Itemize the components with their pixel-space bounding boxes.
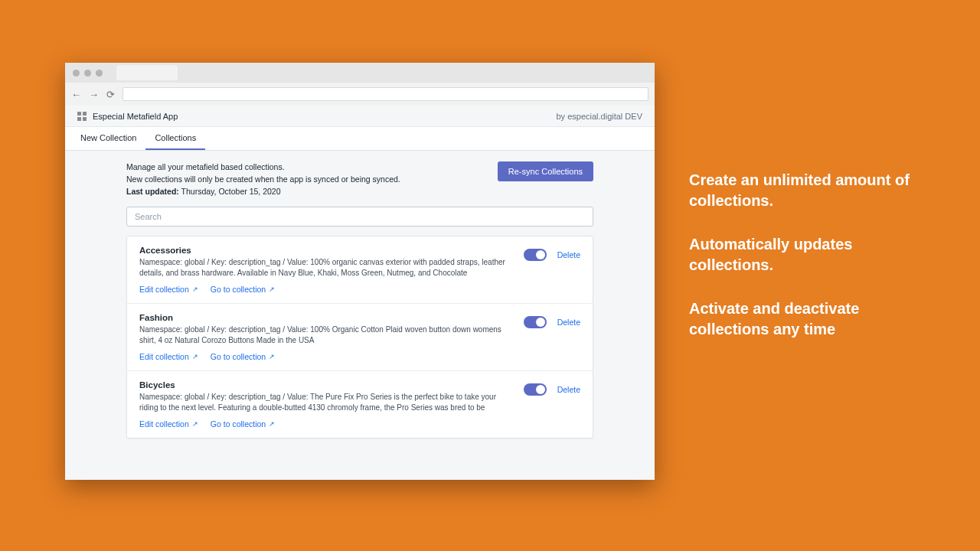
tab-collections[interactable]: Collections	[145, 127, 205, 150]
external-link-icon: ↗	[192, 420, 198, 428]
resync-button[interactable]: Re-sync Collections	[498, 161, 593, 181]
tab-new-collection[interactable]: New Collection	[71, 127, 145, 150]
tabs: New Collection Collections	[65, 127, 655, 151]
app-byline: by especial.digital DEV	[556, 112, 642, 121]
external-link-icon: ↗	[192, 353, 198, 360]
intro-copy: Manage all your metafield based collecti…	[126, 161, 400, 197]
window-close-icon[interactable]	[73, 70, 80, 77]
window-minimize-icon[interactable]	[84, 70, 91, 77]
app-title: Especial Metafield App	[93, 112, 178, 121]
browser-window: ← → ⟳ Especial Metafield App by especial…	[65, 63, 655, 480]
intro-line-1: Manage all your metafield based collecti…	[126, 161, 400, 174]
browser-titlebar	[65, 63, 655, 83]
external-link-icon: ↗	[269, 353, 275, 360]
external-link-icon: ↗	[269, 420, 275, 428]
goto-collection-link[interactable]: Go to collection↗	[211, 285, 275, 294]
forward-icon[interactable]: →	[89, 89, 99, 100]
address-bar[interactable]	[122, 87, 648, 101]
edit-collection-link[interactable]: Edit collection↗	[139, 352, 198, 361]
last-updated-label: Last updated:	[126, 187, 179, 196]
collections-list: Accessories Namespace: global / Key: des…	[126, 236, 593, 439]
list-item: Bicycles Namespace: global / Key: descri…	[127, 371, 593, 438]
delete-link[interactable]: Delete	[557, 385, 580, 394]
collection-title: Fashion	[139, 313, 513, 322]
intro-line-2: New collections will only be created whe…	[126, 174, 400, 186]
edit-collection-link[interactable]: Edit collection↗	[139, 285, 198, 294]
back-icon[interactable]: ←	[71, 89, 81, 100]
browser-toolbar: ← → ⟳	[65, 83, 655, 106]
search-input[interactable]	[126, 207, 593, 227]
last-updated-value: Thursday, October 15, 2020	[181, 187, 281, 196]
goto-collection-link[interactable]: Go to collection↗	[211, 352, 275, 361]
app-frame: Especial Metafield App by especial.digit…	[65, 106, 655, 480]
marketing-line: Activate and deactivate collections any …	[689, 298, 919, 340]
collection-title: Accessories	[139, 246, 513, 255]
goto-collection-link[interactable]: Go to collection↗	[211, 419, 275, 429]
collection-desc: Namespace: global / Key: description_tag…	[139, 257, 513, 279]
active-toggle[interactable]	[524, 316, 547, 328]
edit-collection-link[interactable]: Edit collection↗	[139, 419, 198, 429]
external-link-icon: ↗	[269, 285, 275, 293]
browser-tab[interactable]	[116, 65, 178, 80]
reload-icon[interactable]: ⟳	[106, 89, 115, 100]
active-toggle[interactable]	[524, 249, 547, 261]
content-area: Manage all your metafield based collecti…	[65, 151, 655, 480]
external-link-icon: ↗	[192, 285, 198, 293]
marketing-copy: Create an unlimited amount of collection…	[689, 170, 919, 363]
list-item: Accessories Namespace: global / Key: des…	[127, 236, 593, 304]
app-grid-icon	[77, 112, 87, 121]
collection-desc: Namespace: global / Key: description_tag…	[139, 324, 513, 346]
window-maximize-icon[interactable]	[96, 70, 103, 77]
marketing-line: Automatically updates collections.	[689, 234, 919, 276]
active-toggle[interactable]	[524, 383, 547, 396]
collection-desc: Namespace: global / Key: description_tag…	[139, 392, 513, 413]
app-header: Especial Metafield App by especial.digit…	[65, 106, 655, 127]
marketing-line: Create an unlimited amount of collection…	[689, 170, 919, 211]
list-item: Fashion Namespace: global / Key: descrip…	[127, 304, 593, 371]
collection-title: Bicycles	[139, 380, 513, 390]
delete-link[interactable]: Delete	[557, 250, 580, 259]
delete-link[interactable]: Delete	[557, 318, 580, 327]
